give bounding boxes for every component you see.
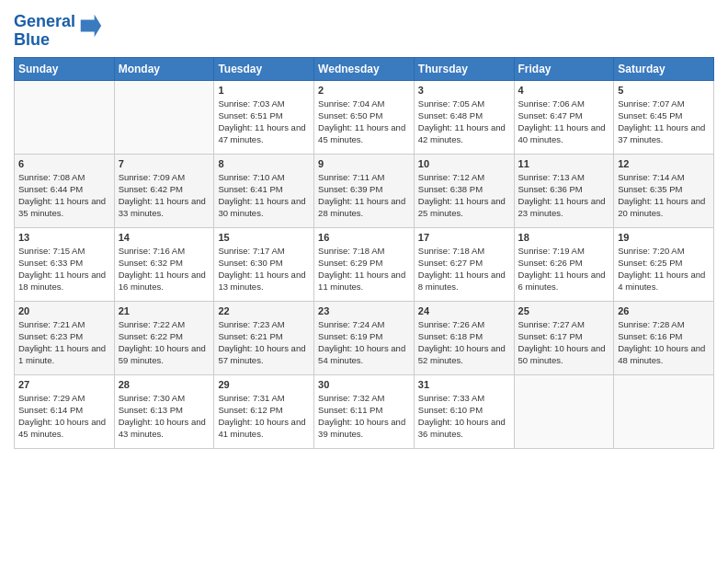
day-number: 14 bbox=[119, 232, 210, 243]
cell-info: Sunrise: 7:06 AM Sunset: 6:47 PM Dayligh… bbox=[518, 98, 610, 146]
cell-info: Sunrise: 7:33 AM Sunset: 6:10 PM Dayligh… bbox=[418, 392, 510, 441]
cell-info: Sunrise: 7:04 AM Sunset: 6:50 PM Dayligh… bbox=[318, 98, 410, 146]
day-number: 25 bbox=[518, 305, 610, 316]
cell-info: Sunrise: 7:12 AM Sunset: 6:38 PM Dayligh… bbox=[418, 171, 510, 220]
day-number: 3 bbox=[418, 85, 510, 96]
svg-marker-0 bbox=[81, 15, 101, 37]
calendar-cell: 19Sunrise: 7:20 AM Sunset: 6:25 PM Dayli… bbox=[614, 227, 714, 301]
header-day-monday: Monday bbox=[114, 57, 214, 80]
day-number: 7 bbox=[119, 158, 210, 169]
cell-info: Sunrise: 7:32 AM Sunset: 6:11 PM Dayligh… bbox=[318, 392, 410, 441]
calendar-week-5: 27Sunrise: 7:29 AM Sunset: 6:14 PM Dayli… bbox=[15, 374, 714, 448]
cell-info: Sunrise: 7:15 AM Sunset: 6:33 PM Dayligh… bbox=[18, 245, 110, 293]
cell-info: Sunrise: 7:23 AM Sunset: 6:21 PM Dayligh… bbox=[218, 318, 310, 367]
day-number: 26 bbox=[618, 305, 710, 316]
calendar-cell: 15Sunrise: 7:17 AM Sunset: 6:30 PM Dayli… bbox=[214, 227, 314, 301]
cell-info: Sunrise: 7:11 AM Sunset: 6:39 PM Dayligh… bbox=[318, 171, 410, 220]
calendar-cell: 5Sunrise: 7:07 AM Sunset: 6:45 PM Daylig… bbox=[614, 80, 714, 154]
day-number: 28 bbox=[119, 379, 210, 390]
day-number: 9 bbox=[318, 158, 410, 169]
calendar-cell: 4Sunrise: 7:06 AM Sunset: 6:47 PM Daylig… bbox=[514, 80, 614, 154]
day-number: 13 bbox=[18, 232, 110, 243]
day-number: 27 bbox=[18, 379, 110, 390]
cell-info: Sunrise: 7:22 AM Sunset: 6:22 PM Dayligh… bbox=[119, 318, 210, 367]
day-number: 12 bbox=[618, 158, 710, 169]
calendar-cell: 1Sunrise: 7:03 AM Sunset: 6:51 PM Daylig… bbox=[214, 80, 314, 154]
calendar-cell: 27Sunrise: 7:29 AM Sunset: 6:14 PM Dayli… bbox=[15, 374, 115, 448]
calendar-week-4: 20Sunrise: 7:21 AM Sunset: 6:23 PM Dayli… bbox=[15, 301, 714, 374]
cell-info: Sunrise: 7:29 AM Sunset: 6:14 PM Dayligh… bbox=[18, 392, 110, 441]
header-day-tuesday: Tuesday bbox=[214, 57, 314, 80]
calendar-cell: 11Sunrise: 7:13 AM Sunset: 6:36 PM Dayli… bbox=[514, 154, 614, 227]
day-number: 5 bbox=[618, 85, 710, 96]
calendar-week-1: 1Sunrise: 7:03 AM Sunset: 6:51 PM Daylig… bbox=[15, 80, 714, 154]
calendar-cell: 17Sunrise: 7:18 AM Sunset: 6:27 PM Dayli… bbox=[414, 227, 514, 301]
day-number: 20 bbox=[18, 305, 110, 316]
cell-info: Sunrise: 7:19 AM Sunset: 6:26 PM Dayligh… bbox=[518, 245, 610, 293]
cell-info: Sunrise: 7:10 AM Sunset: 6:41 PM Dayligh… bbox=[218, 171, 310, 220]
header-row: SundayMondayTuesdayWednesdayThursdayFrid… bbox=[15, 57, 714, 80]
calendar-cell: 12Sunrise: 7:14 AM Sunset: 6:35 PM Dayli… bbox=[614, 154, 714, 227]
day-number: 4 bbox=[518, 85, 610, 96]
cell-info: Sunrise: 7:21 AM Sunset: 6:23 PM Dayligh… bbox=[18, 318, 110, 367]
calendar-table: SundayMondayTuesdayWednesdayThursdayFrid… bbox=[14, 57, 714, 449]
calendar-cell: 10Sunrise: 7:12 AM Sunset: 6:38 PM Dayli… bbox=[414, 154, 514, 227]
calendar-week-3: 13Sunrise: 7:15 AM Sunset: 6:33 PM Dayli… bbox=[15, 227, 714, 301]
day-number: 11 bbox=[518, 158, 610, 169]
calendar-cell: 18Sunrise: 7:19 AM Sunset: 6:26 PM Dayli… bbox=[514, 227, 614, 301]
cell-info: Sunrise: 7:27 AM Sunset: 6:17 PM Dayligh… bbox=[518, 318, 610, 367]
calendar-cell: 2Sunrise: 7:04 AM Sunset: 6:50 PM Daylig… bbox=[314, 80, 415, 154]
logo-text-general: General bbox=[14, 12, 75, 30]
cell-info: Sunrise: 7:17 AM Sunset: 6:30 PM Dayligh… bbox=[218, 245, 310, 293]
calendar-cell bbox=[114, 80, 214, 154]
day-number: 21 bbox=[119, 305, 210, 316]
calendar-cell: 21Sunrise: 7:22 AM Sunset: 6:22 PM Dayli… bbox=[114, 301, 214, 374]
calendar-cell: 20Sunrise: 7:21 AM Sunset: 6:23 PM Dayli… bbox=[15, 301, 115, 374]
header: General Blue bbox=[14, 9, 714, 50]
calendar-cell: 29Sunrise: 7:31 AM Sunset: 6:12 PM Dayli… bbox=[214, 374, 314, 448]
day-number: 29 bbox=[218, 379, 310, 390]
cell-info: Sunrise: 7:07 AM Sunset: 6:45 PM Dayligh… bbox=[618, 98, 710, 146]
calendar-cell: 8Sunrise: 7:10 AM Sunset: 6:41 PM Daylig… bbox=[214, 154, 314, 227]
day-number: 10 bbox=[418, 158, 510, 169]
cell-info: Sunrise: 7:09 AM Sunset: 6:42 PM Dayligh… bbox=[119, 171, 210, 220]
day-number: 31 bbox=[418, 379, 510, 390]
cell-info: Sunrise: 7:05 AM Sunset: 6:48 PM Dayligh… bbox=[418, 98, 510, 146]
calendar-cell bbox=[514, 374, 614, 448]
day-number: 16 bbox=[318, 232, 410, 243]
calendar-cell: 7Sunrise: 7:09 AM Sunset: 6:42 PM Daylig… bbox=[114, 154, 214, 227]
logo: General Blue bbox=[14, 13, 103, 50]
calendar-cell: 22Sunrise: 7:23 AM Sunset: 6:21 PM Dayli… bbox=[214, 301, 314, 374]
calendar-cell: 13Sunrise: 7:15 AM Sunset: 6:33 PM Dayli… bbox=[15, 227, 115, 301]
calendar-cell: 24Sunrise: 7:26 AM Sunset: 6:18 PM Dayli… bbox=[414, 301, 514, 374]
header-day-thursday: Thursday bbox=[414, 57, 514, 80]
calendar-cell: 23Sunrise: 7:24 AM Sunset: 6:19 PM Dayli… bbox=[314, 301, 415, 374]
day-number: 2 bbox=[318, 85, 410, 96]
calendar-cell: 31Sunrise: 7:33 AM Sunset: 6:10 PM Dayli… bbox=[414, 374, 514, 448]
cell-info: Sunrise: 7:30 AM Sunset: 6:13 PM Dayligh… bbox=[119, 392, 210, 441]
calendar-cell bbox=[15, 80, 115, 154]
day-number: 30 bbox=[318, 379, 410, 390]
day-number: 8 bbox=[218, 158, 310, 169]
calendar-cell bbox=[614, 374, 714, 448]
calendar-cell: 30Sunrise: 7:32 AM Sunset: 6:11 PM Dayli… bbox=[314, 374, 415, 448]
day-number: 24 bbox=[418, 305, 510, 316]
day-number: 15 bbox=[218, 232, 310, 243]
cell-info: Sunrise: 7:26 AM Sunset: 6:18 PM Dayligh… bbox=[418, 318, 510, 367]
calendar-cell: 26Sunrise: 7:28 AM Sunset: 6:16 PM Dayli… bbox=[614, 301, 714, 374]
calendar-week-2: 6Sunrise: 7:08 AM Sunset: 6:44 PM Daylig… bbox=[15, 154, 714, 227]
calendar-cell: 25Sunrise: 7:27 AM Sunset: 6:17 PM Dayli… bbox=[514, 301, 614, 374]
day-number: 19 bbox=[618, 232, 710, 243]
day-number: 1 bbox=[218, 85, 310, 96]
calendar-cell: 3Sunrise: 7:05 AM Sunset: 6:48 PM Daylig… bbox=[414, 80, 514, 154]
calendar-cell: 28Sunrise: 7:30 AM Sunset: 6:13 PM Dayli… bbox=[114, 374, 214, 448]
cell-info: Sunrise: 7:18 AM Sunset: 6:27 PM Dayligh… bbox=[418, 245, 510, 293]
header-day-wednesday: Wednesday bbox=[314, 57, 415, 80]
header-day-friday: Friday bbox=[514, 57, 614, 80]
calendar-cell: 9Sunrise: 7:11 AM Sunset: 6:39 PM Daylig… bbox=[314, 154, 415, 227]
calendar-cell: 6Sunrise: 7:08 AM Sunset: 6:44 PM Daylig… bbox=[15, 154, 115, 227]
day-number: 6 bbox=[18, 158, 110, 169]
cell-info: Sunrise: 7:24 AM Sunset: 6:19 PM Dayligh… bbox=[318, 318, 410, 367]
cell-info: Sunrise: 7:03 AM Sunset: 6:51 PM Dayligh… bbox=[218, 98, 310, 146]
cell-info: Sunrise: 7:13 AM Sunset: 6:36 PM Dayligh… bbox=[518, 171, 610, 220]
